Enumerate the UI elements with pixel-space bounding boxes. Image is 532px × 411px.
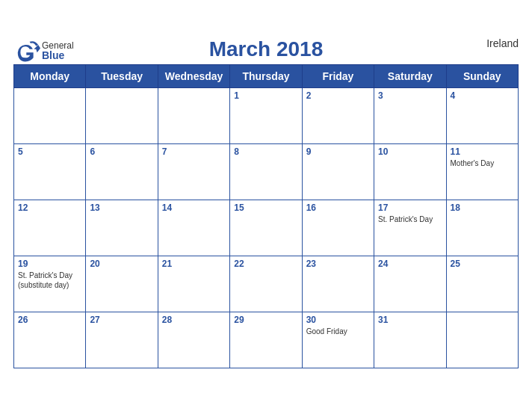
day-number: 16	[306, 203, 370, 213]
day-number: 11	[451, 146, 514, 157]
weekday-header: Saturday	[374, 64, 446, 87]
day-number: 19	[18, 259, 81, 269]
calendar-cell: 22	[230, 256, 302, 312]
calendar-cell: 18	[446, 200, 518, 256]
day-number: 23	[306, 259, 370, 269]
calendar-title: March 2018	[13, 37, 519, 61]
calendar-cell: 8	[230, 143, 302, 200]
calendar-cell: 13	[86, 200, 158, 256]
day-number: 17	[378, 203, 442, 213]
calendar-cell: 19St. Patrick's Day (substitute day)	[14, 256, 86, 312]
day-number: 9	[306, 146, 370, 157]
calendar-cell: 14	[158, 200, 229, 256]
day-number: 14	[162, 203, 226, 213]
calendar-cell: 6	[86, 143, 158, 200]
calendar-cell: 27	[86, 312, 158, 368]
day-number: 20	[90, 259, 153, 269]
calendar-header: General Blue March 2018 Ireland	[13, 37, 519, 61]
day-number: 6	[90, 146, 153, 157]
country-label: Ireland	[486, 37, 519, 49]
calendar-cell: 5	[14, 143, 86, 200]
day-number: 8	[234, 146, 297, 157]
calendar-week-row: 19St. Patrick's Day (substitute day)2021…	[14, 256, 519, 312]
weekday-header: Monday	[14, 64, 86, 87]
calendar-cell: 29	[230, 312, 302, 368]
brand-text: General Blue	[42, 41, 74, 61]
day-number: 30	[306, 315, 370, 325]
calendar-cell: 24	[374, 256, 446, 312]
holiday-name: Mother's Day	[451, 158, 514, 168]
day-number: 21	[162, 259, 226, 269]
weekday-header: Wednesday	[158, 64, 229, 87]
holiday-name: St. Patrick's Day	[378, 214, 442, 224]
calendar-cell: 7	[158, 143, 229, 200]
weekday-header: Thursday	[230, 64, 302, 87]
calendar-cell: 2	[302, 87, 374, 143]
calendar-cell: 12	[14, 200, 86, 256]
calendar-cell: 15	[230, 200, 302, 256]
calendar-cell: 26	[14, 312, 86, 368]
day-number: 15	[234, 203, 297, 213]
brand-logo-area: General Blue	[13, 37, 74, 64]
day-number: 5	[18, 146, 81, 157]
holiday-name: Good Friday	[306, 327, 370, 336]
calendar-cell	[86, 87, 158, 143]
calendar-cell: 16	[302, 200, 374, 256]
day-number: 10	[378, 146, 442, 157]
calendar-cell: 20	[86, 256, 158, 312]
brand-blue-text: Blue	[42, 50, 74, 61]
calendar-week-row: 567891011Mother's Day	[14, 143, 519, 200]
calendar-cell: 10	[374, 143, 446, 200]
calendar-cell: 31	[374, 312, 446, 368]
day-number: 26	[18, 315, 81, 325]
day-number: 3	[378, 90, 442, 101]
day-number: 4	[451, 90, 514, 101]
day-number: 7	[162, 146, 226, 157]
calendar-cell: 23	[302, 256, 374, 312]
calendar-cell: 4	[446, 87, 518, 143]
calendar-week-row: 1234	[14, 87, 519, 143]
calendar-wrapper: General Blue March 2018 Ireland MondayTu…	[0, 30, 532, 382]
calendar-cell: 28	[158, 312, 229, 368]
day-number: 1	[234, 90, 297, 101]
calendar-cell: 30Good Friday	[302, 312, 374, 368]
day-number: 18	[451, 203, 514, 213]
calendar-cell: 17St. Patrick's Day	[374, 200, 446, 256]
day-number: 12	[18, 203, 81, 213]
generalblue-logo-icon	[13, 37, 40, 64]
day-number: 31	[378, 315, 442, 325]
day-number: 27	[90, 315, 153, 325]
day-number: 25	[451, 259, 514, 269]
day-number: 28	[162, 315, 226, 325]
calendar-cell	[158, 87, 229, 143]
weekday-header: Tuesday	[86, 64, 158, 87]
calendar-cell	[446, 312, 518, 368]
day-number: 24	[378, 259, 442, 269]
calendar-cell: 11Mother's Day	[446, 143, 518, 200]
brand-general-text: General	[42, 41, 74, 50]
weekday-header: Friday	[302, 64, 374, 87]
calendar-week-row: 2627282930Good Friday31	[14, 312, 519, 368]
calendar-cell: 25	[446, 256, 518, 312]
day-number: 2	[306, 90, 370, 101]
day-number: 22	[234, 259, 297, 269]
calendar-cell	[14, 87, 86, 143]
calendar-table: MondayTuesdayWednesdayThursdayFridaySatu…	[13, 64, 519, 368]
weekday-header: Sunday	[446, 64, 518, 87]
calendar-cell: 1	[230, 87, 302, 143]
calendar-cell: 3	[374, 87, 446, 143]
day-number: 29	[234, 315, 297, 325]
weekday-header-row: MondayTuesdayWednesdayThursdayFridaySatu…	[14, 64, 519, 87]
calendar-cell: 21	[158, 256, 229, 312]
day-number: 13	[90, 203, 153, 213]
holiday-name: St. Patrick's Day (substitute day)	[18, 271, 81, 290]
calendar-week-row: 121314151617St. Patrick's Day18	[14, 200, 519, 256]
calendar-cell: 9	[302, 143, 374, 200]
